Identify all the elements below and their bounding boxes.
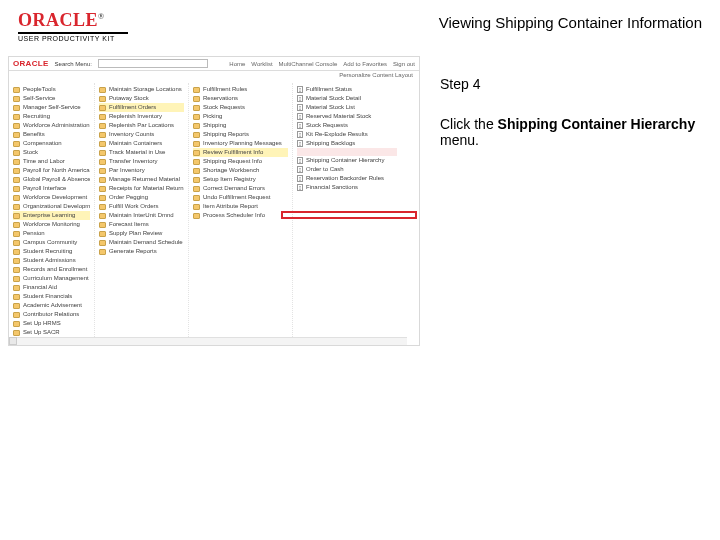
menu-item[interactable]: Fulfillment Rules <box>193 85 288 94</box>
menu-item[interactable]: Setup Item Registry <box>193 175 288 184</box>
menu-item[interactable]: Enterprise Learning <box>13 211 90 220</box>
menu-item[interactable]: Shortage Workbench <box>193 166 288 175</box>
menu-item[interactable]: Maintain Storage Locations <box>99 85 184 94</box>
document-icon <box>297 166 303 173</box>
folder-icon <box>193 105 200 111</box>
menu-item[interactable]: PeopleTools <box>13 85 90 94</box>
menu-item[interactable]: Curriculum Management <box>13 274 90 283</box>
menu-item[interactable]: Item Attribute Report <box>193 202 288 211</box>
menu-item[interactable]: Inventory Planning Messages <box>193 139 288 148</box>
menu-item[interactable]: Manage Returned Material <box>99 175 184 184</box>
menu-item[interactable]: Reservation Backorder Rules <box>297 174 397 183</box>
caret-icon <box>69 187 73 191</box>
caret-icon <box>177 214 181 218</box>
document-icon <box>297 122 303 129</box>
menu-item[interactable]: Campus Community <box>13 238 90 247</box>
menu-item[interactable]: Pension <box>13 229 90 238</box>
menu-item[interactable]: Compensation <box>13 139 90 148</box>
menu-item[interactable]: Contributor Relations <box>13 310 90 319</box>
menu-item[interactable]: Correct Demand Errors <box>193 184 288 193</box>
menu-item[interactable]: Stock <box>13 148 90 157</box>
menu-item[interactable]: Undo Fulfillment Request <box>193 193 288 202</box>
menu-item[interactable]: Shipping Container Hierarchy <box>297 156 397 165</box>
menu-item[interactable]: Fulfillment Status <box>297 85 397 94</box>
horizontal-scrollbar[interactable] <box>9 337 407 345</box>
menu-item[interactable]: Recruiting <box>13 112 90 121</box>
menu-item[interactable]: Review Fulfillment Info <box>193 148 288 157</box>
menu-item[interactable]: Kit Re-Explode Results <box>297 130 397 139</box>
menu-item[interactable]: Replenish Par Locations <box>99 121 184 130</box>
folder-icon <box>13 222 20 228</box>
menu-item[interactable]: Generate Reports <box>99 247 184 256</box>
menu-item[interactable]: Student Recruiting <box>13 247 90 256</box>
menu-item[interactable]: Academic Advisement <box>13 301 90 310</box>
menu-item[interactable]: Material Stock List <box>297 103 397 112</box>
search-input[interactable] <box>98 59 208 68</box>
menu-item[interactable]: Fulfillment Orders <box>99 103 184 112</box>
folder-icon <box>13 96 20 102</box>
menu-item-label: Transfer Inventory <box>109 157 157 166</box>
nav-signout[interactable]: Sign out <box>393 61 415 67</box>
menu-item[interactable]: Replenish Inventory <box>99 112 184 121</box>
caret-icon <box>177 124 181 128</box>
menu-item[interactable]: Track Material in Use <box>99 148 184 157</box>
caret-icon <box>266 151 270 155</box>
menu-item[interactable]: Set Up HRMS <box>13 319 90 328</box>
menu-item[interactable]: Self-Service <box>13 94 90 103</box>
menu-item[interactable]: Maintain InterUnit Dmnd <box>99 211 184 220</box>
menu-item[interactable]: Student Financials <box>13 292 90 301</box>
menu-item[interactable]: Time and Labor <box>13 157 90 166</box>
menu-item[interactable]: Forecast Items <box>99 220 184 229</box>
menu-item[interactable]: Payroll for North America <box>13 166 90 175</box>
menu-item[interactable]: Supply Plan Review <box>99 229 184 238</box>
menu-item[interactable]: Workforce Development <box>13 193 90 202</box>
caret-icon <box>165 232 169 236</box>
menu-item[interactable]: Workforce Administration <box>13 121 90 130</box>
nav-console[interactable]: MultiChannel Console <box>279 61 338 67</box>
menu-item[interactable]: Maintain Demand Schedule <box>99 238 184 247</box>
menu-item[interactable]: Organizational Development <box>13 202 90 211</box>
nav-worklist[interactable]: Worklist <box>251 61 272 67</box>
menu-item[interactable]: Reservations <box>193 94 288 103</box>
menu-item[interactable]: Material Stock Detail <box>297 94 397 103</box>
scrollbar-left-button[interactable] <box>9 337 17 345</box>
menu-item[interactable]: Financial Sanctions <box>297 183 397 192</box>
menu-item[interactable]: Process Scheduler Info <box>193 211 288 220</box>
nav-home[interactable]: Home <box>229 61 245 67</box>
menu-item[interactable]: Reserved Material Stock <box>297 112 397 121</box>
menu-item[interactable]: Manager Self-Service <box>13 103 90 112</box>
menu-item[interactable]: Order to Cash <box>297 165 397 174</box>
menu-item[interactable]: Inventory Counts <box>99 130 184 139</box>
menu-item[interactable]: Stock Requests <box>193 103 288 112</box>
menu-item[interactable]: Stock Requests <box>297 121 397 130</box>
menu-item[interactable]: Shipping Reports <box>193 130 288 139</box>
menu-item[interactable]: Order Pegging <box>99 193 184 202</box>
menu-item[interactable]: Global Payroll & Absence Mgmt <box>13 175 90 184</box>
menu-item[interactable]: Records and Enrollment <box>13 265 90 274</box>
menu-item[interactable]: Fulfill Work Orders <box>99 202 184 211</box>
menu-item[interactable]: Benefits <box>13 130 90 139</box>
menu-item[interactable]: Payroll Interface <box>13 184 90 193</box>
personalize-link[interactable]: Personalize Content Layout <box>339 72 413 78</box>
caret-icon <box>160 250 164 254</box>
menu-item[interactable]: Transfer Inventory <box>99 157 184 166</box>
menu-item[interactable]: Shipping Backlogs <box>297 139 397 148</box>
menu-item[interactable]: Student Admissions <box>13 256 90 265</box>
menu-item[interactable]: Maintain Containers <box>99 139 184 148</box>
menu-item[interactable]: Shipping Request Info <box>193 157 288 166</box>
folder-icon <box>13 294 20 300</box>
caret-icon <box>152 97 156 101</box>
menu-item[interactable]: Set Up SACR <box>13 328 90 337</box>
instruction-prefix: Click the <box>440 116 498 132</box>
menu-item[interactable]: Par Inventory <box>99 166 184 175</box>
menu-item[interactable]: Picking <box>193 112 288 121</box>
nav-favorites[interactable]: Add to Favorites <box>343 61 387 67</box>
menu-item[interactable]: Receipts for Material Returns <box>99 184 184 193</box>
menu-item[interactable]: Putaway Stock <box>99 94 184 103</box>
menu-item-label: Supply Plan Review <box>109 229 162 238</box>
folder-icon <box>99 231 106 237</box>
menu-item[interactable]: Financial Aid <box>13 283 90 292</box>
menu-item[interactable]: Shipping <box>193 121 288 130</box>
folder-icon <box>13 132 20 138</box>
menu-item[interactable]: Workforce Monitoring <box>13 220 90 229</box>
